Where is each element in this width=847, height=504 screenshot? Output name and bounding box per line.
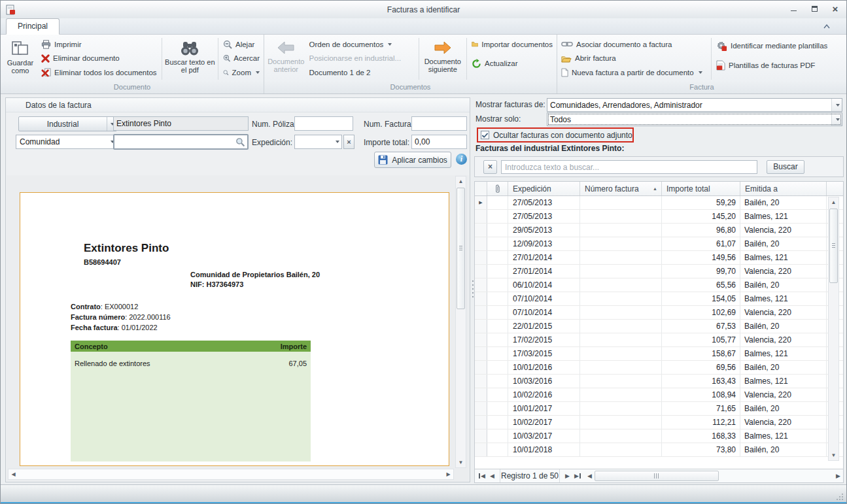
zoom-dropdown-button[interactable]: Zoom (220, 65, 262, 80)
delete-all-documents-button[interactable]: Eliminar todos los documentos (39, 65, 160, 80)
table-row[interactable]: 10/02/2017 112,21 Valencia, 220 (475, 416, 843, 429)
importe-total-cell: 105,77 (662, 333, 740, 346)
delete-document-button[interactable]: Eliminar documento (39, 52, 160, 66)
zoom-out-button[interactable]: Alejar (220, 37, 262, 52)
save-icon (378, 155, 388, 165)
apply-changes-button[interactable]: Aplicar cambios (374, 152, 451, 168)
industrial-selector-button[interactable]: Industrial (18, 116, 117, 131)
resize-grip-icon[interactable] (836, 493, 844, 501)
column-header-numero-factura[interactable]: Número factura ▲ (580, 182, 662, 195)
document-vertical-scrollbar[interactable]: ▲ ▼ (455, 176, 466, 468)
emitida-a-cell: Bailén, 20 (740, 237, 827, 250)
info-icon[interactable]: i (456, 154, 467, 165)
pdf-invoice-templates-button[interactable]: Plantillas de facturas PDF (714, 57, 842, 74)
scroll-up-arrow[interactable]: ▲ (456, 176, 466, 186)
comunidad-lookup-field[interactable] (113, 134, 249, 150)
expedicion-cell: 07/10/2014 (508, 292, 580, 305)
scrollbar-thumb[interactable] (457, 188, 465, 309)
next-document-button[interactable]: Documento siguiente (421, 37, 464, 80)
scroll-down-arrow[interactable]: ▼ (456, 458, 466, 467)
importe-total-cell: 69,56 (662, 361, 740, 374)
scrollbar-thumb[interactable] (829, 209, 838, 283)
find-text-button[interactable]: Buscar texto en el pdf (164, 37, 216, 80)
pdf-amount: 67,05 (288, 360, 307, 367)
numero-factura-cell (580, 251, 662, 264)
minimize-button[interactable] (787, 4, 799, 14)
attachment-column-header[interactable] (487, 182, 508, 195)
num-factura-field[interactable] (411, 116, 467, 131)
table-row[interactable]: 10/01/2018 73,80 Bailén, 20 (475, 443, 843, 457)
num-poliza-field[interactable] (294, 116, 353, 131)
table-row[interactable]: 10/03/2017 168,33 Balmes, 121 (475, 429, 843, 443)
hide-attached-checkbox[interactable] (481, 131, 489, 139)
row-indicator (475, 237, 487, 250)
table-row[interactable]: 06/10/2014 65,56 Bailén, 20 (475, 278, 843, 292)
scroll-down-arrow[interactable]: ▼ (829, 450, 838, 460)
column-header-expedicion[interactable]: Expedición (508, 182, 580, 195)
importe-total-cell: 73,80 (662, 443, 740, 456)
document-order-dropdown[interactable]: Orden de documentos (307, 37, 417, 52)
show-only-combo[interactable]: Todos (547, 112, 842, 126)
table-row[interactable]: 12/09/2013 61,07 Bailén, 20 (475, 237, 843, 251)
previous-document-button[interactable]: Documento anterior (266, 37, 307, 80)
zoom-in-button[interactable]: Acercar (220, 52, 262, 66)
scroll-up-arrow[interactable]: ▲ (829, 197, 838, 207)
column-header-emitida-a[interactable]: Emitida a (740, 182, 827, 195)
collapse-ribbon-icon[interactable] (823, 24, 831, 29)
expedicion-clear-button[interactable]: × (343, 135, 354, 149)
last-record-button[interactable]: ▶ (574, 469, 581, 482)
search-button[interactable]: Buscar (767, 160, 804, 174)
table-row[interactable]: 29/05/2013 96,80 Valencia, 220 (475, 224, 843, 237)
position-in-industrial-button[interactable]: Posicionarse en industrial... (307, 52, 417, 66)
tab-principal[interactable]: Principal (6, 18, 60, 35)
show-invoices-of-combo[interactable]: Comunidades, Arrendadores, Administrador (547, 98, 842, 112)
table-row[interactable]: 10/02/2016 108,94 Valencia, 220 (475, 388, 843, 402)
grid-vertical-scrollbar[interactable]: ▲ ▼ (828, 197, 839, 461)
refresh-button[interactable]: Actualizar (469, 57, 555, 71)
grid-scroll-left-arrow[interactable]: ◀ (587, 469, 592, 482)
table-row[interactable]: 27/01/2014 99,70 Valencia, 220 (475, 265, 843, 278)
attachment-cell (487, 402, 508, 415)
save-as-button[interactable]: Guardar como (2, 37, 39, 80)
attachment-cell (487, 375, 508, 388)
column-header-importe-total[interactable]: Importe total (662, 182, 740, 195)
import-documents-button[interactable]: Importar documentos (469, 37, 555, 52)
clear-search-button[interactable]: × (483, 160, 497, 174)
importe-total-field[interactable] (411, 135, 467, 149)
print-button[interactable]: Imprimir (39, 37, 160, 52)
table-row[interactable]: 07/10/2014 102,69 Valencia, 220 (475, 306, 843, 320)
comunidad-selector[interactable]: Comunidad (16, 135, 117, 149)
close-button[interactable]: × (829, 4, 841, 14)
grid-scroll-right-arrow[interactable]: ▶ (836, 469, 840, 482)
table-row[interactable]: ▶ 27/05/2013 59,29 Bailén, 20 (475, 196, 843, 210)
grid-horizontal-scroll-thumb[interactable] (595, 471, 719, 481)
search-icon[interactable] (235, 137, 245, 147)
expedicion-cell: 27/01/2014 (508, 251, 580, 264)
open-invoice-button[interactable]: Abrir factura (559, 52, 709, 66)
next-record-button[interactable]: ▶ (565, 469, 570, 482)
pdf-template-icon (716, 60, 725, 71)
table-row[interactable]: 10/01/2017 71,65 Bailén, 20 (475, 402, 843, 416)
first-record-button[interactable]: ◀ (479, 469, 485, 482)
table-row[interactable]: 17/03/2015 158,67 Balmes, 121 (475, 347, 843, 361)
expedicion-cell: 10/03/2017 (508, 429, 580, 443)
industrial-name-field[interactable]: Extintores Pinto (113, 116, 249, 131)
row-indicator (475, 402, 487, 415)
new-invoice-from-document-dropdown[interactable]: Nueva factura a partir de documento (559, 65, 709, 80)
scroll-right-arrow[interactable]: ▶ (443, 469, 453, 479)
expedicion-combo[interactable] (294, 135, 342, 149)
table-row[interactable]: 07/10/2014 154,05 Balmes, 121 (475, 292, 843, 306)
table-row[interactable]: 27/05/2013 145,20 Balmes, 121 (475, 210, 843, 224)
scroll-left-arrow[interactable]: ◀ (9, 469, 18, 479)
search-input[interactable] (501, 160, 757, 174)
table-row[interactable]: 17/02/2015 105,77 Valencia, 220 (475, 333, 843, 347)
previous-record-button[interactable]: ◀ (490, 469, 494, 482)
document-horizontal-scrollbar[interactable]: ◀ ▶ (8, 469, 454, 480)
associate-document-button[interactable]: Asociar documento a factura (559, 37, 709, 52)
identify-by-templates-button[interactable]: Identificar mediante plantillas (714, 37, 842, 54)
maximize-button[interactable] (808, 4, 820, 14)
table-row[interactable]: 22/01/2015 67,53 Bailén, 20 (475, 320, 843, 333)
table-row[interactable]: 27/01/2014 149,56 Balmes, 121 (475, 251, 843, 265)
table-row[interactable]: 10/03/2016 163,43 Balmes, 121 (475, 375, 843, 388)
table-row[interactable]: 10/01/2016 69,56 Bailén, 20 (475, 361, 843, 375)
